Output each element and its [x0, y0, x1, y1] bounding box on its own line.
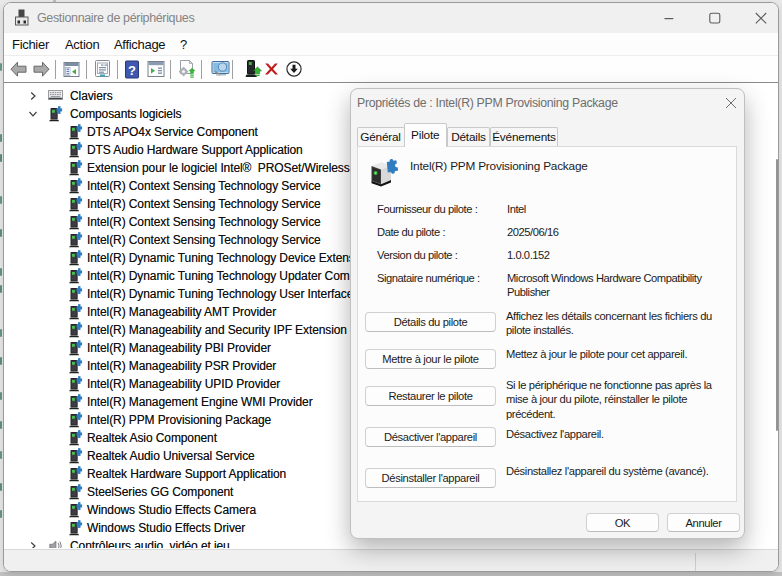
- svg-text:?: ?: [128, 63, 136, 78]
